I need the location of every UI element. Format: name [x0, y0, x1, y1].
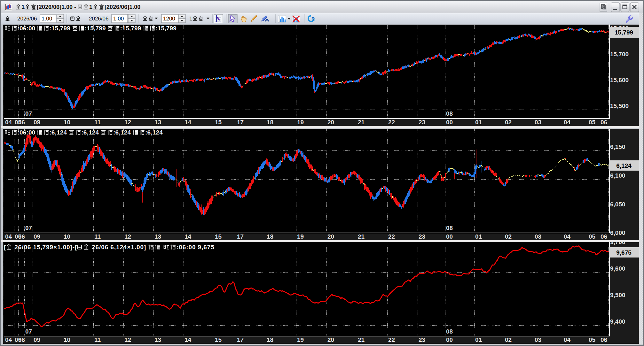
- svg-text:19: 19: [297, 119, 304, 126]
- svg-text:13: 13: [154, 336, 161, 343]
- svg-text::6,124: :6,124: [49, 129, 69, 136]
- svg-text:05: 05: [589, 119, 596, 126]
- svg-text:1.00: 1.00: [42, 16, 52, 22]
- svg-text:06: 06: [18, 233, 25, 240]
- svg-text:09: 09: [34, 119, 40, 126]
- svg-text:13: 13: [154, 233, 161, 240]
- svg-text:15,500: 15,500: [610, 103, 629, 109]
- svg-text:1: 1: [189, 16, 192, 22]
- svg-text:09: 09: [34, 233, 40, 240]
- svg-text:1: 1: [21, 4, 25, 10]
- svg-text:15: 15: [215, 119, 222, 126]
- svg-text:9,400: 9,400: [610, 318, 625, 325]
- svg-text:11: 11: [94, 233, 101, 240]
- svg-text:23: 23: [419, 336, 425, 343]
- svg-text:05: 05: [589, 336, 596, 343]
- svg-text:[2026/06]1.00 -: [2026/06]1.00 -: [37, 4, 78, 10]
- svg-text:00: 00: [446, 119, 453, 126]
- svg-text:01: 01: [475, 119, 482, 126]
- svg-text:10: 10: [64, 233, 70, 240]
- svg-text:11: 11: [94, 336, 101, 343]
- svg-text:14: 14: [185, 233, 192, 240]
- svg-text:26/06 15,799×1.00]-[: 26/06 15,799×1.00]-[: [12, 244, 77, 250]
- svg-text:15: 15: [215, 336, 222, 343]
- svg-text:20: 20: [327, 119, 334, 126]
- svg-text:26/06 6,124×1.00]: 26/06 6,124×1.00]: [90, 244, 148, 250]
- svg-text:02: 02: [505, 233, 512, 240]
- svg-text:17: 17: [237, 336, 244, 343]
- svg-text:20: 20: [327, 336, 334, 343]
- svg-text:00: 00: [446, 336, 453, 343]
- svg-text:04: 04: [564, 233, 571, 240]
- svg-text:19: 19: [297, 233, 304, 240]
- svg-text:20: 20: [327, 233, 334, 240]
- svg-text:R: R: [311, 16, 315, 21]
- svg-text::6,124: :6,124: [81, 129, 101, 136]
- svg-text:1.00: 1.00: [113, 16, 124, 22]
- svg-text:21: 21: [358, 336, 365, 343]
- svg-text:06: 06: [18, 119, 25, 126]
- svg-text:17: 17: [237, 233, 244, 240]
- svg-text:6,050: 6,050: [610, 201, 625, 208]
- svg-text:15,700: 15,700: [610, 51, 629, 58]
- svg-text:17: 17: [237, 119, 244, 126]
- svg-text:08: 08: [446, 328, 453, 335]
- svg-text:6,000: 6,000: [610, 229, 625, 236]
- svg-text:02: 02: [505, 336, 512, 343]
- svg-text:22: 22: [388, 233, 395, 240]
- svg-text:04: 04: [564, 119, 571, 126]
- svg-text:2026/06: 2026/06: [17, 16, 37, 22]
- svg-text::06:00: :06:00: [17, 25, 37, 32]
- svg-text:22: 22: [388, 336, 395, 343]
- svg-text:03: 03: [535, 233, 541, 240]
- svg-text::15,799: :15,799: [49, 25, 72, 32]
- svg-text:2026/06: 2026/06: [89, 16, 108, 22]
- svg-text:06: 06: [601, 119, 607, 126]
- svg-text:04: 04: [5, 119, 12, 126]
- svg-text:9,600: 9,600: [610, 265, 625, 272]
- svg-text:03: 03: [535, 119, 541, 126]
- svg-text:18: 18: [267, 233, 273, 240]
- svg-text:08: 08: [446, 225, 453, 231]
- svg-text:6,100: 6,100: [610, 172, 625, 179]
- svg-text:10: 10: [64, 119, 70, 126]
- svg-text:15: 15: [215, 233, 222, 240]
- svg-text:9,500: 9,500: [610, 292, 625, 298]
- svg-text:[2026/06]1.00: [2026/06]1.00: [105, 4, 140, 10]
- svg-text:18: 18: [267, 119, 273, 126]
- svg-text:18: 18: [267, 336, 273, 343]
- svg-text:03: 03: [535, 336, 541, 343]
- svg-text:11: 11: [94, 119, 101, 126]
- svg-text:23: 23: [419, 119, 425, 126]
- svg-text:08: 08: [446, 110, 453, 117]
- svg-text:23: 23: [419, 233, 425, 240]
- svg-text:10: 10: [64, 336, 70, 343]
- svg-text:15,600: 15,600: [610, 77, 629, 83]
- svg-text:[: [: [4, 244, 6, 250]
- svg-text:06: 06: [18, 336, 25, 343]
- svg-text::15,799: :15,799: [85, 25, 107, 32]
- svg-text:04: 04: [5, 336, 12, 343]
- svg-text:13: 13: [154, 119, 161, 126]
- svg-text:06: 06: [601, 233, 607, 240]
- svg-text:12: 12: [124, 119, 131, 126]
- svg-text:6,150: 6,150: [610, 143, 625, 150]
- svg-text:15,799: 15,799: [615, 29, 633, 36]
- svg-text::6,124: :6,124: [113, 129, 133, 136]
- svg-text:6,124: 6,124: [616, 162, 632, 169]
- svg-text:02: 02: [505, 119, 512, 126]
- svg-text::15,799: :15,799: [155, 25, 177, 32]
- svg-text:1200: 1200: [163, 16, 175, 22]
- svg-text:07: 07: [25, 328, 32, 335]
- svg-text:04: 04: [564, 336, 571, 343]
- svg-text::6,124: :6,124: [145, 129, 163, 136]
- svg-text:22: 22: [388, 119, 395, 126]
- svg-text:9,675: 9,675: [616, 249, 632, 256]
- svg-text:09: 09: [34, 336, 40, 343]
- svg-text::06:00 9,675: :06:00 9,675: [177, 244, 215, 250]
- svg-text:12: 12: [124, 336, 131, 343]
- svg-text:06: 06: [601, 336, 607, 343]
- svg-text:07: 07: [25, 225, 32, 231]
- svg-text:12: 12: [124, 233, 131, 240]
- svg-text:04: 04: [5, 233, 12, 240]
